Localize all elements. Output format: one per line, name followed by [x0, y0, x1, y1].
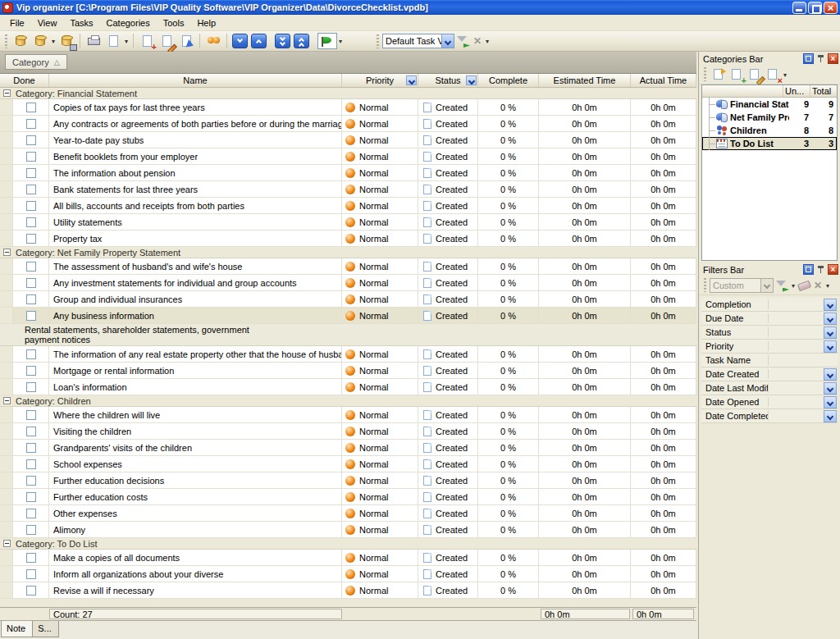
new-category-icon[interactable]	[710, 67, 727, 82]
edit-category-icon[interactable]	[746, 67, 763, 82]
filter-row[interactable]: Date Completed	[701, 409, 838, 423]
task-row[interactable]: Loan's informationNormalCreated0 %0h 0m0…	[0, 379, 696, 395]
task-row[interactable]: Any investment statements for individual…	[0, 275, 696, 291]
toolbar-overflow-icon[interactable]: ▾	[484, 33, 491, 49]
new-subcategory-icon[interactable]	[728, 67, 745, 82]
done-checkbox[interactable]	[26, 217, 36, 227]
menu-help[interactable]: Help	[190, 16, 222, 30]
open-database-icon[interactable]	[31, 33, 49, 49]
filter-row[interactable]: Status	[701, 326, 838, 340]
menu-tasks[interactable]: Tasks	[63, 16, 99, 30]
category-group-row[interactable]: Category: Financial Statement	[0, 88, 696, 99]
done-checkbox[interactable]	[26, 476, 36, 486]
filter-row[interactable]: Date Created	[701, 367, 838, 381]
category-item[interactable]: Financial Statement99	[702, 98, 837, 111]
filter-dropdown-button[interactable]	[824, 299, 837, 311]
apply-filter-dropdown-icon[interactable]: ▾	[790, 277, 797, 294]
done-checkbox[interactable]	[26, 443, 36, 453]
done-checkbox[interactable]	[26, 234, 36, 244]
filter-row[interactable]: Date Last Modified	[701, 381, 838, 395]
filter-preset-combobox[interactable]: Custom	[710, 278, 774, 293]
move-down-icon[interactable]	[232, 34, 248, 48]
task-row[interactable]: Mortgage or rental informationNormalCrea…	[0, 363, 696, 379]
column-header-status[interactable]: Status	[418, 74, 478, 87]
filter-row[interactable]: Completion	[701, 298, 838, 312]
status-filter-button[interactable]	[466, 75, 477, 85]
task-row[interactable]: Utility statementsNormalCreated0 %0h 0m0…	[0, 214, 696, 230]
apply-filter-icon[interactable]	[454, 33, 471, 49]
done-checkbox[interactable]	[26, 201, 36, 211]
task-row[interactable]: The information of any real estate prope…	[0, 346, 696, 363]
task-row[interactable]: Other expensesNormalCreated0 %0h 0m0h 0m	[0, 505, 696, 522]
filter-row[interactable]: Priority	[701, 340, 838, 354]
apply-filter-icon[interactable]	[774, 277, 790, 294]
done-checkbox[interactable]	[26, 311, 36, 321]
filter-value[interactable]	[769, 340, 838, 353]
filter-value[interactable]	[769, 326, 838, 339]
column-header-estimated-time[interactable]: Estimated Time	[539, 74, 631, 87]
done-checkbox[interactable]	[26, 135, 36, 145]
task-row[interactable]: Benefit booklets from your employerNorma…	[0, 148, 696, 165]
edit-task-icon[interactable]	[158, 33, 176, 49]
menu-view[interactable]: View	[31, 16, 64, 30]
done-checkbox[interactable]	[26, 168, 36, 178]
task-row[interactable]: Further education decisionsNormalCreated…	[0, 472, 696, 489]
task-row[interactable]: All bills, accounts and receipts from bo…	[0, 198, 696, 214]
priority-filter-button[interactable]	[406, 75, 417, 85]
collapse-icon[interactable]	[3, 540, 11, 547]
done-checkbox[interactable]	[26, 492, 36, 502]
done-checkbox[interactable]	[26, 569, 36, 579]
filter-dropdown-button[interactable]	[824, 326, 837, 339]
filters-toolbar-overflow-icon[interactable]: ▾	[824, 277, 831, 294]
add-task-icon[interactable]	[138, 33, 156, 49]
task-row[interactable]: Group and individual insurancesNormalCre…	[0, 291, 696, 308]
done-checkbox[interactable]	[26, 366, 36, 376]
menu-tools[interactable]: Tools	[157, 16, 191, 30]
filters-pin-icon[interactable]	[815, 264, 826, 275]
task-row[interactable]: Visiting the childrenNormalCreated0 %0h …	[0, 423, 696, 440]
tab-note[interactable]: Note	[1, 621, 33, 637]
done-checkbox[interactable]	[26, 586, 36, 596]
task-row[interactable]: Where the children will liveNormalCreate…	[0, 407, 696, 423]
task-row[interactable]: Revise a will if necessaryNormalCreated0…	[0, 582, 696, 599]
filter-value[interactable]	[769, 312, 838, 325]
restore-button[interactable]	[808, 2, 822, 14]
tab-s[interactable]: S...	[33, 621, 59, 637]
filter-dropdown-button[interactable]	[824, 313, 837, 325]
done-checkbox[interactable]	[26, 262, 36, 272]
done-checkbox[interactable]	[26, 509, 36, 518]
filter-value[interactable]	[769, 354, 838, 367]
filter-dropdown-button[interactable]	[824, 410, 837, 422]
category-item[interactable]: To Do List33	[702, 137, 837, 150]
categories-close-icon[interactable]	[828, 53, 838, 64]
task-row[interactable]: Grandparents' visits of the childrenNorm…	[0, 440, 696, 456]
filter-dropdown-button[interactable]	[824, 396, 837, 409]
done-checkbox[interactable]	[26, 152, 36, 162]
filters-close-icon[interactable]	[828, 264, 838, 275]
column-header-name[interactable]: Name	[49, 74, 342, 87]
combo-arrow-icon[interactable]	[441, 34, 454, 48]
flag-filter-dropdown-icon[interactable]: ▾	[337, 33, 344, 49]
task-row[interactable]: Any contracts or agreements of both part…	[0, 116, 696, 132]
move-up-icon[interactable]	[251, 34, 267, 48]
menu-file[interactable]: File	[3, 16, 31, 30]
task-row[interactable]: School expensesNormalCreated0 %0h 0m0h 0…	[0, 456, 696, 472]
column-header-complete[interactable]: Complete	[478, 74, 539, 87]
done-checkbox[interactable]	[26, 553, 36, 563]
print-preview-icon[interactable]	[104, 33, 122, 49]
filter-row[interactable]: Date Opened	[701, 395, 838, 409]
toolbar-grip[interactable]	[704, 278, 706, 292]
task-row[interactable]: Property taxNormalCreated0 %0h 0m0h 0m	[0, 230, 696, 247]
task-row[interactable]: Inform all organizations about your dive…	[0, 566, 696, 582]
menu-categories[interactable]: Categories	[100, 16, 157, 30]
toolbar-grip[interactable]	[377, 34, 379, 48]
category-group-row[interactable]: Category: To Do List	[0, 538, 696, 550]
done-checkbox[interactable]	[26, 459, 36, 469]
column-header-unfinished[interactable]: Un...	[783, 85, 810, 97]
column-header-priority[interactable]: Priority	[342, 74, 418, 87]
clear-filter-icon[interactable]: ✕	[471, 33, 484, 49]
move-top-icon[interactable]	[294, 34, 309, 48]
done-checkbox[interactable]	[26, 119, 36, 129]
category-item[interactable]: Children88	[702, 124, 837, 137]
done-checkbox[interactable]	[26, 349, 36, 359]
